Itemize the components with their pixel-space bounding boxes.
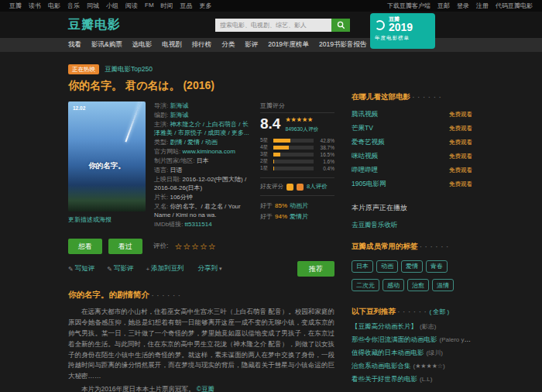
update-poster-link[interactable]: 更新描述或海报 xyxy=(68,215,146,224)
all-doulists-link[interactable]: ( 全部 ) xyxy=(429,308,449,315)
nav-item[interactable]: 2019年度榜单 xyxy=(268,40,309,50)
provider-note: 免费观看 xyxy=(449,153,472,160)
info-value[interactable]: 新海诚 xyxy=(170,102,188,109)
doulist-heading: 以下豆列推荐 · · · · · · ( 全部 ) xyxy=(352,307,472,317)
tag[interactable]: 爱情 xyxy=(401,260,423,273)
heading-dots: · · · · · · xyxy=(420,243,449,250)
rating-stars: ★★★★★★★★★★ xyxy=(285,117,318,123)
info-value[interactable]: 106分钟 xyxy=(170,194,192,201)
nav-item[interactable]: 影评 xyxy=(245,40,258,50)
tag[interactable]: 温情 xyxy=(432,279,454,291)
nav-item[interactable]: 排行榜 xyxy=(192,40,212,50)
rating-histogram: 5星 42.8% 4星 38.7% xyxy=(260,137,334,172)
page-content: 正在热映 豆瓣电影Top250 你的名字。 君の名は。 (2016) 12.02… xyxy=(0,52,542,392)
topbar-link[interactable]: 代码豆瓣电影 xyxy=(496,2,533,10)
action-link[interactable]: ✎写影评 xyxy=(107,264,135,273)
tag[interactable]: 二次元 xyxy=(352,279,379,291)
better-than-row: 好于85%动画片 xyxy=(260,201,334,210)
watched-button[interactable]: 看过 xyxy=(108,239,142,254)
movie-poster[interactable]: 12.02 你的名字。 xyxy=(68,101,146,211)
info-value[interactable]: 日语 xyxy=(170,167,182,174)
recommend-button[interactable]: 推荐 xyxy=(297,261,334,277)
action-link[interactable]: +添加到豆列 xyxy=(146,264,185,273)
synopsis-heading: 你的名字。的剧情简介 · · · · · · xyxy=(68,290,334,301)
topbar-link[interactable]: 下载豆瓣客户端 xyxy=(387,2,431,10)
tag[interactable]: 治愈 xyxy=(407,279,429,291)
rating-count-link[interactable]: 849630人评价 xyxy=(285,126,318,133)
info-label: IMDb链接 xyxy=(154,221,185,228)
doulist-link[interactable]: 治愈系动画电影合集 xyxy=(352,362,411,370)
title-cn: 你的名字。 xyxy=(68,79,122,91)
info-value[interactable]: www.kiminona.com xyxy=(182,148,235,155)
tag[interactable]: 动画 xyxy=(376,260,398,273)
watch-provider-list: 腾讯视频 免费观看 芒果TV 免费观看 爱奇艺视频 免费观看 咪咕视频 xyxy=(352,108,472,191)
wish-button[interactable]: 想看 xyxy=(68,239,102,254)
topbar-link[interactable]: 豆品 xyxy=(180,2,193,10)
provider-link[interactable]: 哔哩哔哩 xyxy=(352,166,378,175)
search-button[interactable] xyxy=(331,19,350,32)
nav-item[interactable]: 电视剧 xyxy=(162,40,182,50)
info-value[interactable]: 日本 xyxy=(197,157,209,164)
tag[interactable]: 青春 xyxy=(426,260,448,273)
tag[interactable]: 感动 xyxy=(382,279,404,291)
topbar-link[interactable]: 阅读 xyxy=(125,2,138,10)
nav-item[interactable]: 分类 xyxy=(221,40,235,50)
doulist-link[interactable]: 那些令你泪流满面的动画电影 xyxy=(352,335,437,343)
action-link[interactable]: 分享到▾ xyxy=(197,264,222,273)
bar-track xyxy=(273,167,314,170)
info-value[interactable]: 剧情 / 爱情 / 动画 xyxy=(170,139,217,146)
action-link[interactable]: ✎写短评 xyxy=(68,264,96,273)
genre-rank-link[interactable]: 爱情片 xyxy=(290,213,308,220)
doulist-link[interactable]: 值得收藏的日本动画电影 xyxy=(352,349,424,356)
rating-bar-row: 4星 38.7% xyxy=(260,144,334,151)
provider-link[interactable]: 咪咕视频 xyxy=(352,152,378,161)
nav-item[interactable]: 2019书影音报告 xyxy=(319,40,366,50)
topbar-link[interactable]: 登录 xyxy=(457,2,469,10)
douban-movie-logo[interactable]: 豆瓣电影 xyxy=(68,17,121,33)
genre-rank-link[interactable]: 动画片 xyxy=(290,202,308,209)
provider-note: 免费观看 xyxy=(449,125,472,132)
rate-stars[interactable]: ☆☆☆☆☆ xyxy=(174,242,216,251)
badge-year: 2019 xyxy=(389,22,413,33)
synopsis-last-text: 本片为2016年度日本本土片票房冠军。 xyxy=(81,385,194,392)
nav-item[interactable]: 选电影 xyxy=(132,40,153,50)
provider-link[interactable]: 爱奇艺视频 xyxy=(352,138,385,147)
topbar-link[interactable]: FM xyxy=(145,2,154,10)
provider-link[interactable]: 腾讯视频 xyxy=(352,110,378,119)
topbar-link[interactable]: 时间 xyxy=(161,2,173,10)
topbar-link[interactable]: 更多 xyxy=(200,2,212,10)
douban-logo-icon xyxy=(375,20,385,30)
annual-list-badge[interactable]: 豆瓣 2019 年度电影榜单 xyxy=(370,13,435,49)
watch-provider-row: 咪咕视频 免费观看 xyxy=(352,150,472,163)
provider-link[interactable]: 1905电影网 xyxy=(352,180,386,189)
friend-avatar[interactable] xyxy=(297,184,304,191)
doulist-row: 看些关于好世界的电影(L.L) xyxy=(352,375,472,384)
topbar-link[interactable]: 注册 xyxy=(476,2,489,10)
search-input[interactable] xyxy=(215,19,331,32)
topbar-link[interactable]: 豆邮 xyxy=(437,2,450,10)
friend-ratings-link[interactable]: 8人评价 xyxy=(307,183,328,191)
doulist-link[interactable]: 看些关于好世界的电影 xyxy=(352,375,417,383)
doulist-link[interactable]: 【豆瓣高分动画长片】 xyxy=(352,322,417,330)
topbar-link[interactable]: 豆瓣 xyxy=(9,2,22,10)
info-value[interactable]: 新海诚 xyxy=(170,112,188,119)
topbar-link[interactable]: 读书 xyxy=(29,2,41,10)
topbar-link[interactable]: 小组 xyxy=(106,2,118,10)
stars-fill: ★★★★★ xyxy=(285,117,313,123)
bar-label: 5星 xyxy=(260,137,271,144)
friend-avatar[interactable] xyxy=(286,184,293,191)
soundtrack-link[interactable]: 去豆瓣音乐收听 xyxy=(352,221,398,229)
topbar-link[interactable]: 音乐 xyxy=(67,2,80,10)
copyright-link[interactable]: ©豆瓣 xyxy=(197,385,214,392)
info-value[interactable]: tt5311514 xyxy=(185,221,212,228)
tag[interactable]: 日本 xyxy=(352,260,373,273)
topbar-link[interactable]: 同城 xyxy=(87,2,99,10)
nav-item[interactable]: 影讯&购票 xyxy=(91,40,122,50)
doulist-row: 那些令你泪流满面的动画电影(Palero y yo) xyxy=(352,335,472,345)
main-column: 正在热映 豆瓣电影Top250 你的名字。 君の名は。 (2016) 12.02… xyxy=(68,64,334,392)
top250-link[interactable]: 豆瓣电影Top250 xyxy=(105,65,153,74)
provider-link[interactable]: 芒果TV xyxy=(352,124,373,133)
action-row-2: ✎写短评 ✎写影评 +添加到豆列 分享到▾ 推荐 xyxy=(68,261,334,277)
topbar-link[interactable]: 电影 xyxy=(48,2,60,10)
nav-item[interactable]: 我看 xyxy=(68,40,81,50)
